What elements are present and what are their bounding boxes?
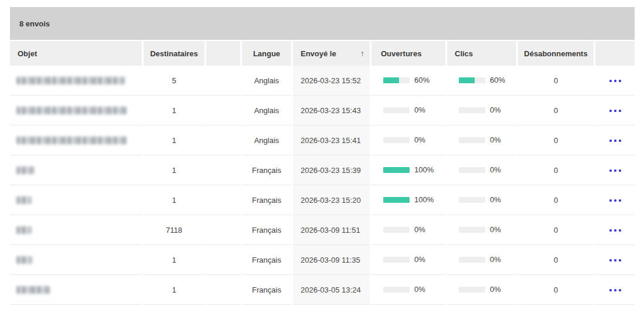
dot-icon: [609, 169, 612, 172]
actions-cell: [595, 275, 635, 305]
destinataires-value: 5: [144, 66, 205, 96]
clics-cell: 0%: [447, 125, 516, 155]
campaign-list-card: 8 envois Objet Destinataires Langue Envo…: [10, 7, 635, 305]
objet-blurred-link[interactable]: [16, 286, 50, 294]
envoye-le-value: 2026-03-09 11:51: [293, 215, 370, 245]
table-body: 5 Anglais 2026-03-23 15:52 60% 60% 0: [10, 66, 635, 305]
column-header-destinataires[interactable]: Destinataires: [144, 41, 205, 66]
destinataires-value: 1: [144, 155, 205, 185]
destinataires-value: 1: [144, 125, 205, 155]
column-header-desabonnements[interactable]: Désabonnements: [518, 41, 594, 66]
desabonnements-value: 0: [518, 96, 594, 125]
ouvertures-meter: 0%: [383, 225, 425, 234]
ouvertures-percent-label: 0%: [414, 255, 425, 264]
row-actions-menu-button[interactable]: [607, 136, 623, 145]
objet-cell: [10, 245, 142, 275]
objet-cell: [10, 185, 142, 215]
clics-cell: 60%: [447, 66, 516, 96]
column-header-clics[interactable]: Clics: [447, 41, 516, 66]
clics-meter-track: [459, 257, 485, 263]
row-actions-menu-button[interactable]: [607, 166, 623, 175]
column-header-envoye-le-label: Envoyé le: [301, 49, 336, 58]
row-actions-menu-button[interactable]: [607, 196, 623, 205]
ouvertures-percent-label: 0%: [414, 135, 425, 144]
clics-meter-track: [459, 107, 485, 113]
envoye-le-value: 2026-03-23 15:41: [293, 125, 370, 155]
actions-cell: [595, 125, 635, 155]
column-header-spacer: [206, 41, 240, 66]
objet-cell: [10, 125, 142, 155]
objet-blurred-link[interactable]: [16, 226, 32, 234]
column-header-actions: [595, 41, 635, 66]
row-actions-menu-button[interactable]: [607, 226, 623, 235]
ouvertures-meter: 0%: [383, 106, 425, 114]
ouvertures-meter-track: [383, 167, 410, 173]
table-row: 1 Français 2026-03-05 13:24 0% 0% 0: [10, 275, 635, 305]
sort-ascending-icon[interactable]: ↑: [360, 49, 364, 58]
spacer-cell: [206, 185, 240, 215]
spacer-cell: [206, 96, 240, 125]
envoye-le-value: 2026-03-23 15:43: [293, 96, 370, 125]
table-header-row: Objet Destinataires Langue Envoyé le ↑ O…: [10, 41, 635, 66]
clics-percent-label: 0%: [490, 195, 501, 204]
table-row: 1 Français 2026-03-09 11:35 0% 0% 0: [10, 245, 635, 275]
objet-blurred-link[interactable]: [16, 256, 32, 264]
clics-meter-track: [459, 137, 485, 143]
envoye-le-value: 2026-03-23 15:39: [293, 155, 370, 185]
actions-cell: [595, 245, 635, 275]
actions-cell: [595, 215, 635, 245]
langue-value: Français: [242, 275, 291, 305]
desabonnements-value: 0: [518, 155, 594, 185]
spacer-cell: [206, 125, 240, 155]
row-actions-menu-button[interactable]: [607, 286, 623, 295]
envoye-le-value: 2026-03-05 13:24: [293, 275, 370, 305]
row-actions-menu-button[interactable]: [607, 256, 623, 265]
destinataires-value: 1: [144, 245, 205, 275]
clics-meter: 0%: [459, 225, 501, 234]
column-header-objet[interactable]: Objet: [10, 41, 142, 66]
column-header-envoye-le[interactable]: Envoyé le ↑: [293, 41, 370, 66]
ouvertures-cell: 100%: [372, 155, 445, 185]
row-actions-menu-button[interactable]: [607, 76, 623, 86]
objet-blurred-link[interactable]: [16, 137, 127, 144]
objet-blurred-link[interactable]: [16, 77, 125, 84]
clics-percent-label: 0%: [490, 165, 501, 174]
table-row: 1 Français 2026-03-23 15:20 100% 0% 0: [10, 185, 635, 215]
clics-cell: 0%: [447, 96, 516, 125]
ouvertures-meter: 100%: [383, 165, 434, 174]
campaign-count-label: 8 envois: [19, 19, 50, 28]
dot-icon: [614, 80, 616, 82]
ouvertures-percent-label: 100%: [414, 165, 434, 174]
envoye-le-value: 2026-03-23 15:52: [293, 66, 370, 96]
clics-meter-track: [459, 197, 485, 203]
dot-icon: [619, 199, 621, 202]
dot-icon: [609, 289, 612, 291]
destinataires-value: 7118: [144, 215, 205, 245]
column-header-ouvertures[interactable]: Ouvertures: [372, 41, 445, 66]
row-actions-menu-button[interactable]: [607, 106, 623, 115]
ouvertures-meter-track: [383, 77, 410, 83]
objet-blurred-link[interactable]: [16, 196, 32, 204]
ouvertures-meter-track: [383, 227, 410, 233]
objet-blurred-link[interactable]: [16, 167, 34, 174]
objet-blurred-link[interactable]: [16, 107, 127, 114]
dot-icon: [619, 140, 621, 142]
ouvertures-cell: 100%: [372, 185, 445, 215]
table-row: 1 Anglais 2026-03-23 15:41 0% 0% 0: [10, 125, 635, 155]
destinataires-value: 1: [144, 96, 205, 125]
clics-meter-track: [459, 77, 485, 83]
ouvertures-meter-fill: [383, 77, 399, 83]
table-row: 5 Anglais 2026-03-23 15:52 60% 60% 0: [10, 66, 635, 96]
clics-meter: 0%: [459, 255, 501, 264]
dot-icon: [609, 140, 612, 142]
clics-meter: 0%: [459, 106, 501, 114]
ouvertures-meter: 0%: [383, 255, 425, 264]
actions-cell: [595, 185, 635, 215]
clics-meter: 0%: [459, 285, 501, 294]
desabonnements-value: 0: [518, 245, 594, 275]
langue-value: Français: [242, 185, 291, 215]
langue-value: Français: [242, 155, 291, 185]
column-header-langue[interactable]: Langue: [242, 41, 291, 66]
dot-icon: [609, 80, 612, 82]
ouvertures-meter-fill: [383, 197, 410, 203]
